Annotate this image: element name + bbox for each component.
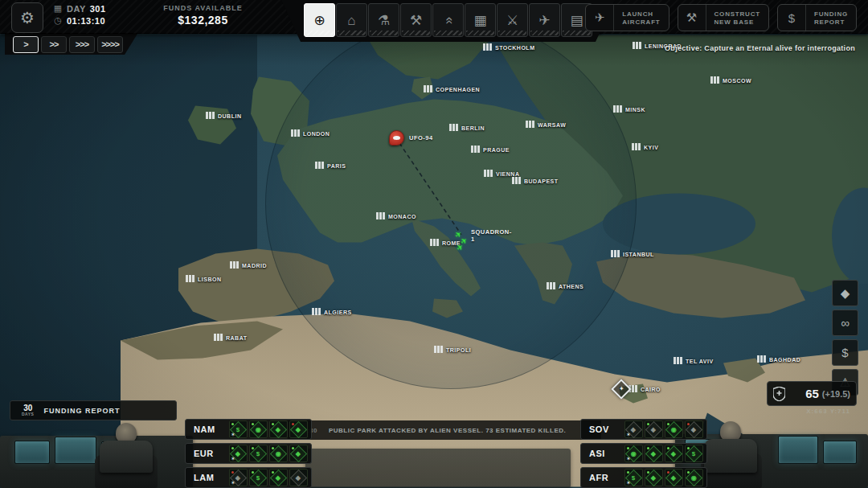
nav-engineering[interactable]: ⚒ — [400, 3, 432, 37]
city-label: MOSCOW — [723, 78, 751, 84]
funding-report-button[interactable]: $FUNDINGREPORT — [777, 4, 857, 31]
nav-soldiers[interactable]: » — [432, 3, 464, 37]
status-dot — [231, 423, 234, 425]
region-row-asi[interactable]: ASI◉✶◆◈$ — [580, 443, 707, 464]
speed-3-button[interactable]: >>> — [69, 36, 95, 53]
ufo-label: UFO-94 — [409, 134, 433, 141]
region-row-eur[interactable]: EUR◆✶$◉◆ — [185, 443, 312, 464]
city-marker: ISTANBUL — [611, 250, 654, 257]
city-marker: PRAGUE — [471, 146, 510, 153]
city-marker: RABAT — [214, 334, 247, 341]
status-diamond: ◆ — [290, 469, 307, 486]
cursor-coordinates: X:663 Y:711 — [806, 408, 850, 415]
nav-aircraft[interactable]: ✈ — [529, 3, 560, 37]
nav-geoscape[interactable]: ⊕ — [304, 3, 335, 37]
region-status-icon: ◉✶ — [624, 445, 643, 462]
city-icon — [512, 177, 521, 184]
xenonaut-base-marker[interactable]: ✦ — [612, 380, 630, 398]
city-label: MADRID — [242, 263, 267, 269]
region-row-nam[interactable]: NAM$✶◉◈◆ — [185, 419, 312, 440]
city-label: MINSK — [625, 107, 645, 113]
region-row-sov[interactable]: SOV◆✶◈◉◆ — [580, 419, 707, 440]
resources-filter-button[interactable]: ◆ — [832, 280, 858, 306]
city-marker: LONDON — [291, 129, 330, 137]
city-marker: ALGIERS — [312, 308, 352, 315]
status-glyph: ◆ — [631, 426, 636, 433]
city-icon — [613, 105, 622, 113]
status-dot — [647, 471, 649, 474]
construct-new-base-icon: ⚒ — [678, 5, 706, 31]
city-icon — [376, 212, 385, 219]
archive-icon: ▤ — [570, 14, 583, 27]
funds-filter-icon: $ — [841, 346, 848, 359]
region-status-tiles: ◉✶◆◈$ — [624, 445, 703, 462]
region-status-icon: ◉ — [249, 420, 268, 438]
city-label: KYIV — [644, 145, 658, 150]
nav-armory[interactable]: ⚔ — [497, 3, 528, 37]
city-icon — [214, 334, 223, 341]
funds-filter-button[interactable]: $ — [832, 339, 858, 366]
nav-base[interactable]: ⌂ — [336, 3, 367, 37]
region-row-afr[interactable]: AFR$✶◆◈◉ — [580, 467, 707, 488]
status-dot — [272, 423, 274, 425]
city-icon — [424, 85, 432, 92]
region-status-icon: ◉ — [665, 420, 683, 438]
status-glyph: ◉ — [691, 474, 697, 481]
region-status-icon: $ — [685, 445, 703, 462]
region-status-icon: ◆ — [289, 445, 308, 462]
nav-research[interactable]: ⚗ — [368, 3, 399, 37]
console — [305, 449, 571, 488]
region-status-left: NAM$✶◉◈◆EUR◆✶$◉◆LAM◈✶$◆◆ — [185, 419, 312, 488]
region-status-icon: ◈ — [645, 420, 663, 438]
settings-button[interactable]: ⚙ — [11, 2, 43, 33]
city-label: TEL AVIV — [686, 359, 714, 364]
label-line: LAUNCH — [622, 10, 660, 18]
city-marker: WARSAW — [526, 121, 566, 128]
score-delta: (+19.5) — [822, 389, 850, 399]
city-label: VIENNA — [496, 171, 519, 177]
city-icon — [471, 146, 480, 153]
city-marker: CAIRO — [628, 385, 661, 392]
hatch-decoration — [305, 31, 334, 35]
status-dot — [231, 447, 234, 449]
city-label: BERLIN — [461, 125, 485, 131]
ufo-marker[interactable]: UFO-94 — [389, 130, 433, 146]
day-label: DAY — [67, 4, 86, 14]
launch-aircraft-button[interactable]: ✈LAUNCHAIRCRAFT — [585, 4, 669, 31]
city-label: ATHENS — [559, 284, 583, 289]
speed-4-button[interactable]: >>>> — [97, 36, 123, 53]
clock-value: 01:13:10 — [67, 16, 105, 26]
region-status-tiles: ◆✶$◉◆ — [229, 445, 308, 462]
speed-1-button[interactable]: > — [13, 36, 39, 53]
city-label: PARIS — [327, 163, 346, 169]
status-dot — [292, 423, 294, 425]
city-label: STOCKHOLM — [495, 45, 534, 51]
operator-body-left — [100, 441, 153, 473]
construct-new-base-button[interactable]: ⚒CONSTRUCTNEW BASE — [678, 4, 769, 31]
status-glyph: ◈ — [651, 426, 656, 433]
city-icon — [633, 42, 641, 49]
recon-filter-button[interactable]: ∞ — [832, 310, 858, 336]
status-dot — [252, 447, 254, 449]
funds-label: FUNDS AVAILABLE — [129, 4, 277, 12]
city-icon — [632, 143, 641, 150]
city-marker: KYIV — [632, 143, 658, 150]
status-glyph: ◉ — [276, 450, 281, 457]
city-icon — [186, 275, 194, 282]
status-glyph: ◈ — [276, 426, 280, 433]
region-status-tiles: ◈✶$◆◆ — [229, 469, 308, 486]
region-code-label: NAM — [194, 424, 224, 434]
region-row-lam[interactable]: LAM◈✶$◆◆ — [185, 467, 312, 488]
region-code-label: SOV — [589, 424, 620, 434]
region-status-tiles: ◆✶◈◉◆ — [624, 420, 703, 438]
console-screen — [823, 441, 857, 464]
funding-report-bar[interactable]: 30 DAYS FUNDING REPORT — [10, 400, 177, 420]
label-line: AIRCRAFT — [622, 18, 660, 26]
city-icon — [757, 355, 766, 363]
status-glyph: ◉ — [671, 426, 677, 433]
nav-stores[interactable]: ▦ — [465, 3, 496, 37]
main-nav-strip: ⊕⌂⚗⚒»▦⚔✈▤ — [281, 0, 615, 42]
city-icon — [547, 282, 555, 289]
speed-2-button[interactable]: >> — [41, 36, 67, 53]
region-status-icon: ◈✶ — [229, 469, 248, 486]
